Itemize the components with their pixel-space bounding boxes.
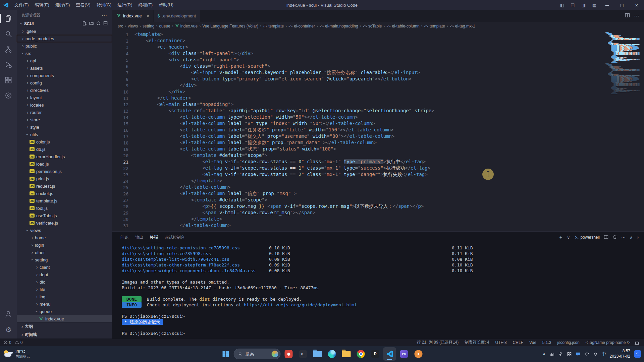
code-line[interactable]: 24 </template> <box>112 178 600 184</box>
terminal-shell-item[interactable]: powershell <box>574 235 600 240</box>
breadcrumb-item[interactable]: setting <box>143 24 154 28</box>
breadcrumb-item[interactable]: {}template <box>263 24 284 28</box>
breadcrumb-item[interactable]: index.vue <box>175 24 198 29</box>
tree-item-color.js[interactable]: JScolor.js <box>17 138 112 145</box>
tree-item-useTabs.js[interactable]: JSuseTabs.js <box>17 212 112 219</box>
taskbar-clock[interactable]: 8:572023-07-02 <box>610 349 630 359</box>
terminal[interactable]: dist\css\setting-role-permission.ce78599… <box>112 243 644 339</box>
hidden-icons-chevron[interactable]: ∧ <box>543 352 546 356</box>
toggle-secondary-sidebar-icon[interactable]: ◨ <box>578 0 589 10</box>
tree-item-views[interactable]: ›views <box>17 227 112 234</box>
menu-item[interactable]: 转到(G) <box>94 0 115 10</box>
panel-more-icon[interactable]: ⋯ <box>621 235 626 240</box>
run-debug-icon[interactable] <box>0 57 17 72</box>
code-line[interactable]: 22 <el-tag v-if="scope.row.status == 1" … <box>112 165 600 171</box>
toggle-sidebar-icon[interactable]: ◧ <box>557 0 568 10</box>
project-root-row[interactable]: › SCUI <box>17 20 112 27</box>
status-item[interactable]: Vue <box>526 340 539 345</box>
tree-item-client[interactable]: ›client <box>17 263 112 271</box>
source-control-icon[interactable] <box>0 42 17 57</box>
panel-tab-问题[interactable]: 问题 <box>117 232 132 243</box>
tree-item-components[interactable]: ›components <box>17 72 112 79</box>
tree-item-menu[interactable]: ›menu <box>17 300 112 308</box>
code-line[interactable]: 9 </div> <box>112 82 600 88</box>
code-line[interactable]: 6 <div class="right-panel-search"> <box>112 63 600 69</box>
customize-layout-icon[interactable]: ▦ <box>589 0 600 10</box>
breadcrumb-item[interactable]: src <box>118 24 123 28</box>
code-line[interactable]: 18 <el-table-column label="提交参数" prop="p… <box>112 139 600 146</box>
status-item[interactable]: UTF-8 <box>492 340 510 345</box>
tree-item-verificate.js[interactable]: JSverificate.js <box>17 219 112 227</box>
tree-item-directives[interactable]: ›directives <box>17 86 112 94</box>
tree-item-dic[interactable]: ›dic <box>17 278 112 286</box>
tree-item-index.vue[interactable]: index.vue <box>17 315 112 322</box>
tree-item-db.js[interactable]: JSdb.js <box>17 145 112 153</box>
app-orange-icon[interactable] <box>412 347 425 361</box>
close-button[interactable]: × <box>629 0 644 10</box>
start-button-icon[interactable] <box>219 347 232 361</box>
pycharm-icon[interactable]: P <box>369 347 382 361</box>
tree-item-store[interactable]: ›store <box>17 116 112 123</box>
breadcrumb-item[interactable]: <>scTable <box>363 24 382 28</box>
new-file-icon[interactable] <box>82 21 87 27</box>
code-line[interactable]: 27 <template #default="scope"> <box>112 197 600 203</box>
editor-tab-.env.development[interactable]: $.env.development <box>154 10 200 22</box>
tree-item-login[interactable]: ›login <box>17 241 112 249</box>
breadcrumb-item[interactable]: <>el-tag.mx-1 <box>450 24 475 28</box>
tree-item-api[interactable]: ›api <box>17 57 112 64</box>
tree-item-config[interactable]: ›config <box>17 79 112 86</box>
maximize-button[interactable]: □ <box>614 0 629 10</box>
menu-item[interactable]: 文件(F) <box>11 0 32 10</box>
tree-item-permission.js[interactable]: JSpermission.js <box>17 168 112 175</box>
tree-item-node_modules[interactable]: ›node_modules <box>17 35 112 42</box>
ps-icon[interactable]: PS <box>398 347 411 361</box>
vscode-icon[interactable] <box>383 347 396 361</box>
code-line[interactable]: 3 <el-header> <box>112 44 600 50</box>
taskbar-weather[interactable]: 29°C 局部多云 <box>3 346 30 362</box>
chrome-icon[interactable] <box>355 347 367 361</box>
terminal-link[interactable]: https://cli.vuejs.org/guide/deployment.h… <box>244 302 357 307</box>
code-line[interactable]: 8 <el-button type="primary" icon="el-ico… <box>112 76 600 82</box>
explorer-more-icon[interactable]: ··· <box>102 12 107 18</box>
status-item[interactable]: CRLF <box>510 340 526 345</box>
code-line[interactable]: 5 <div class="right-panel"> <box>112 57 600 63</box>
code-line[interactable]: 20 <template #default="scope"> <box>112 152 600 159</box>
status-item[interactable]: 制表符长度: 4 <box>462 340 492 345</box>
code-line[interactable]: 14 <el-table-column type="selection" wid… <box>112 114 600 120</box>
mic-icon[interactable] <box>558 352 563 357</box>
plugin-icon[interactable] <box>0 88 17 103</box>
search-icon[interactable] <box>0 26 17 42</box>
status-item[interactable]: 行 21, 列 89 (已选择14) <box>414 340 462 345</box>
tree-item-style[interactable]: ›style <box>17 123 112 131</box>
code-line[interactable]: 4 <div class="left-panel"></div> <box>112 50 600 57</box>
tree-item-template.js[interactable]: JStemplate.js <box>17 197 112 204</box>
new-folder-icon[interactable] <box>89 21 94 27</box>
volume-icon[interactable] <box>593 352 598 357</box>
menu-item[interactable]: 帮助(H) <box>156 0 176 10</box>
folder-icon[interactable] <box>340 347 353 361</box>
code-line[interactable]: 2 <el-container> <box>112 38 600 44</box>
edge-icon[interactable] <box>326 347 338 361</box>
app-red-icon[interactable] <box>282 347 295 361</box>
tree-item-other[interactable]: ›other <box>17 249 112 256</box>
code-line[interactable]: 12 <el-main class="nopadding"> <box>112 101 600 108</box>
tree-item-locales[interactable]: ›locales <box>17 101 112 109</box>
extensions-icon[interactable] <box>0 72 17 88</box>
breadcrumb-item[interactable]: Vue Language Features (Volar) <box>202 24 258 28</box>
sidebar-section-时间线[interactable]: ›时间线 <box>17 330 112 339</box>
close-panel-icon[interactable]: × <box>637 235 639 240</box>
chat-icon[interactable] <box>576 352 581 357</box>
tree-item-src[interactable]: ›src <box>17 50 112 57</box>
tree-item-utils[interactable]: ›utils <box>17 131 112 138</box>
tree-item-log[interactable]: ›log <box>17 293 112 300</box>
minimap[interactable] <box>605 32 640 94</box>
breadcrumb-item[interactable]: views <box>128 24 138 28</box>
maximize-panel-icon[interactable]: ∧ <box>630 235 633 240</box>
code-line[interactable]: 28 <p>{{ scope.row.msg }} <span v-if="sc… <box>112 203 600 209</box>
code-line[interactable]: 15 <el-table-column label="#" type="inde… <box>112 120 600 127</box>
breadcrumb-item[interactable]: <>template <box>424 24 445 28</box>
tree-item-home[interactable]: ›home <box>17 234 112 241</box>
menu-item[interactable]: 终端(T) <box>135 0 156 10</box>
tree-item-print.js[interactable]: JSprint.js <box>17 175 112 182</box>
tree-item-layout[interactable]: ›layout <box>17 94 112 101</box>
